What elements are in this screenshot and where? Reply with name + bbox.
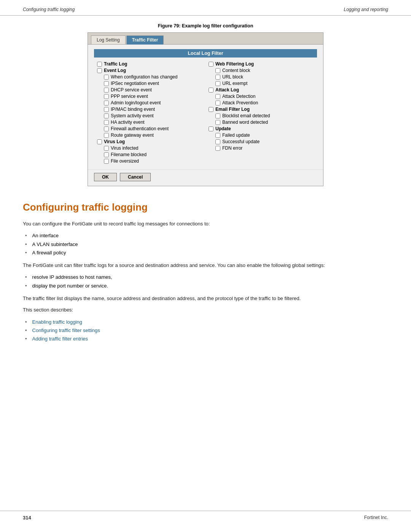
figure-caption: Figure 79: Example log filter configurat…: [158, 23, 253, 29]
checkbox-route-gateway: Route gateway event: [97, 133, 202, 138]
bullet-item-firewall: A firewall policy: [23, 249, 388, 257]
checkbox-system-activity-input[interactable]: [104, 113, 109, 118]
button-row: OK Cancel: [88, 169, 323, 186]
checkbox-ha-activity-input[interactable]: [104, 120, 109, 125]
checkbox-firewall-auth-input[interactable]: [104, 126, 109, 131]
checkbox-ppp-input[interactable]: [104, 94, 109, 99]
checkbox-attack-prevention-input[interactable]: [215, 101, 220, 105]
checkbox-virus-infected: Virus infected: [97, 145, 202, 151]
checkbox-email-filter-log-input[interactable]: [209, 107, 213, 112]
checkbox-ip-mac-input[interactable]: [104, 107, 109, 112]
checkbox-virus-infected-label: Virus infected: [111, 145, 139, 151]
link-enabling-traffic-logging[interactable]: Enabling traffic logging: [32, 318, 82, 326]
checkbox-web-filtering-log-input[interactable]: [209, 62, 213, 67]
cancel-button[interactable]: Cancel: [120, 173, 151, 181]
dialog-wrapper: Log Setting Traffic Filter Local Log Fil…: [88, 32, 323, 186]
bullet-item-resolve-ip: resolve IP addresses to host names,: [23, 273, 388, 281]
checkbox-ha-activity: HA activity event: [97, 120, 202, 125]
checkbox-failed-update: Failed update: [209, 133, 314, 138]
checkbox-url-block-input[interactable]: [215, 75, 220, 80]
checkbox-successful-update-input[interactable]: [215, 139, 220, 144]
checkbox-attack-prevention-label: Attack Prevention: [222, 100, 258, 105]
checkbox-virus-log: Virus Log: [97, 139, 202, 144]
checkbox-url-exempt: URL exempt: [209, 81, 314, 86]
checkbox-route-gateway-label: Route gateway event: [111, 133, 154, 138]
checkbox-traffic-log-input[interactable]: [97, 62, 102, 67]
checkbox-attack-detection-label: Attack Detection: [222, 94, 255, 99]
header-right: Logging and reporting: [344, 7, 388, 12]
link-item-adding: Adding traffic filter entries: [23, 335, 388, 343]
checkbox-file-oversized-label: File oversized: [111, 158, 139, 164]
checkbox-attack-log-input[interactable]: [209, 88, 213, 93]
link-item-enabling: Enabling traffic logging: [23, 318, 388, 326]
checkbox-virus-log-input[interactable]: [97, 139, 102, 144]
checkbox-content-block: Content block: [209, 68, 314, 73]
checkbox-blocklist-email: Blocklist email detected: [209, 113, 314, 118]
checkbox-filename-blocked-input[interactable]: [104, 152, 109, 157]
checkbox-file-oversized-input[interactable]: [104, 159, 109, 164]
dialog-body: Local Log Filter Traffic Log Event Log: [88, 45, 323, 169]
checkbox-attack-prevention: Attack Prevention: [209, 100, 314, 105]
checkbox-route-gateway-input[interactable]: [104, 133, 109, 138]
tab-bar: Log Setting Traffic Filter: [88, 33, 323, 45]
checkbox-email-filter-log: Email Filter Log: [209, 107, 314, 112]
checkbox-event-log-input[interactable]: [97, 68, 102, 73]
checkbox-filename-blocked: Filename blocked: [97, 152, 202, 157]
checkbox-update-input[interactable]: [209, 126, 213, 131]
checkbox-ipsec-label: IPSec negotiation event: [111, 81, 159, 86]
checkbox-failed-update-label: Failed update: [222, 133, 250, 138]
checkbox-successful-update: Successful update: [209, 139, 314, 144]
checkbox-dhcp-input[interactable]: [104, 88, 109, 93]
checkbox-when-config-changed-input[interactable]: [104, 75, 109, 80]
checkbox-successful-update-label: Successful update: [222, 139, 260, 144]
checkbox-ipsec-input[interactable]: [104, 81, 109, 86]
checkbox-traffic-log: Traffic Log: [97, 61, 202, 67]
checkbox-blocklist-email-input[interactable]: [215, 113, 220, 118]
checkbox-attack-detection: Attack Detection: [209, 94, 314, 99]
checkbox-dhcp-label: DHCP service event: [111, 87, 152, 93]
checkbox-firewall-auth: Firewall authentication event: [97, 126, 202, 131]
checkbox-failed-update-input[interactable]: [215, 133, 220, 138]
tab-log-setting[interactable]: Log Setting: [91, 35, 126, 44]
checkbox-when-config-changed: When configuration has changed: [97, 74, 202, 80]
checkbox-ip-mac: IP/MAC binding event: [97, 107, 202, 112]
figure-section: Figure 79: Example log filter configurat…: [23, 23, 388, 186]
checkbox-ipsec: IPSec negotiation event: [97, 81, 202, 86]
checkbox-banned-word-input[interactable]: [215, 120, 220, 125]
checkbox-event-log: Event Log: [97, 68, 202, 73]
checkbox-update-label: Update: [215, 126, 231, 131]
checkbox-content-block-input[interactable]: [215, 68, 220, 73]
link-configuring-traffic-filter[interactable]: Configuring traffic filter settings: [32, 326, 100, 335]
checkbox-admin-login-input[interactable]: [104, 101, 109, 105]
page-number: 314: [23, 515, 31, 521]
checkbox-attack-detection-input[interactable]: [215, 94, 220, 99]
checkbox-banned-word: Banned word detected: [209, 120, 314, 125]
link-adding-traffic-filter[interactable]: Adding traffic filter entries: [32, 335, 88, 343]
checkbox-file-oversized: File oversized: [97, 158, 202, 164]
para2-text: The traffic filter list displays the nam…: [23, 295, 388, 303]
para1-bullet-list: resolve IP addresses to host names, disp…: [23, 273, 388, 290]
checkbox-url-exempt-input[interactable]: [215, 81, 220, 86]
ok-button[interactable]: OK: [94, 173, 117, 181]
intro-bullet-list: An interface A VLAN subinterface A firew…: [23, 232, 388, 257]
checkbox-filename-blocked-label: Filename blocked: [111, 152, 147, 157]
header-left: Configuring traffic logging: [23, 7, 75, 12]
checkbox-fdn-error-label: FDN error: [222, 145, 242, 151]
checkbox-system-activity-label: System activity event: [111, 113, 154, 118]
left-column: Traffic Log Event Log When configuration…: [94, 61, 206, 165]
tab-traffic-filter[interactable]: Traffic Filter: [126, 35, 164, 45]
checkbox-banned-word-label: Banned word detected: [222, 120, 268, 125]
checkbox-virus-infected-input[interactable]: [104, 146, 109, 151]
para3-text: This section describes:: [23, 306, 388, 314]
checkbox-blocklist-email-label: Blocklist email detected: [222, 113, 270, 118]
checkbox-content-block-label: Content block: [222, 68, 250, 73]
checkbox-fdn-error-input[interactable]: [215, 146, 220, 151]
checkbox-update: Update: [209, 126, 314, 131]
checkbox-url-block-label: URL block: [222, 74, 243, 80]
checkbox-admin-login-label: Admin login/logout event: [111, 100, 161, 105]
company-name: Fortinet Inc.: [364, 515, 388, 521]
checkbox-system-activity: System activity event: [97, 113, 202, 118]
checkbox-ppp: PPP service event: [97, 94, 202, 99]
checkbox-url-block: URL block: [209, 74, 314, 80]
checkbox-admin-login: Admin login/logout event: [97, 100, 202, 105]
